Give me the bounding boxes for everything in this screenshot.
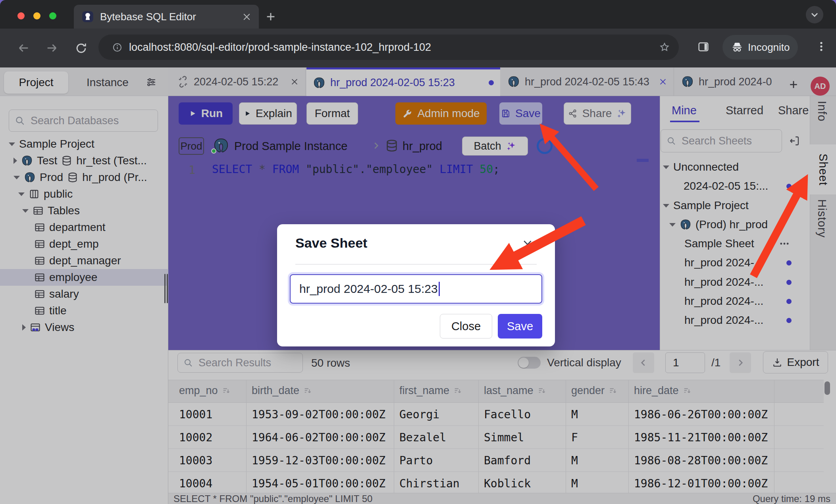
modal-close-button[interactable]: Close xyxy=(440,314,492,339)
browser-tab[interactable]: Bytebase SQL Editor xyxy=(74,5,259,29)
chevron-down-icon xyxy=(809,10,820,20)
tab-search-button[interactable] xyxy=(806,6,823,23)
bookmark-star-icon[interactable] xyxy=(659,42,670,53)
modal-divider xyxy=(295,264,537,265)
window-minimize-button[interactable] xyxy=(33,12,40,19)
close-icon[interactable] xyxy=(522,239,534,250)
forward-icon[interactable] xyxy=(45,41,59,55)
reload-icon[interactable] xyxy=(75,42,88,55)
site-info-icon[interactable] xyxy=(112,42,123,53)
sheet-name-input[interactable]: hr_prod 2024-02-05 15:23 xyxy=(290,274,542,304)
incognito-badge: Incognito xyxy=(722,35,798,60)
back-icon[interactable] xyxy=(17,41,30,55)
text-caret xyxy=(439,282,440,296)
modal-save-button[interactable]: Save xyxy=(498,314,542,339)
incognito-label: Incognito xyxy=(748,41,790,54)
incognito-icon xyxy=(731,41,743,53)
new-tab-icon[interactable] xyxy=(264,10,277,23)
url-text: localhost:8080/sql-editor/prod-sample-in… xyxy=(129,41,431,54)
tab-close-icon[interactable] xyxy=(242,12,252,22)
screen: Bytebase SQL Editor localhost:8080/sql-e… xyxy=(0,0,836,504)
side-panel-icon[interactable] xyxy=(697,40,710,53)
browser-tab-title: Bytebase SQL Editor xyxy=(100,11,196,23)
bytebase-favicon xyxy=(82,11,94,23)
browser-menu-icon[interactable] xyxy=(815,40,827,52)
window-close-button[interactable] xyxy=(17,12,25,19)
modal-title: Save Sheet xyxy=(295,235,367,251)
save-sheet-modal: Save Sheet hr_prod 2024-02-05 15:23 Clos… xyxy=(277,224,555,346)
window-zoom-button[interactable] xyxy=(49,12,56,19)
url-bar[interactable]: localhost:8080/sql-editor/prod-sample-in… xyxy=(98,35,679,60)
